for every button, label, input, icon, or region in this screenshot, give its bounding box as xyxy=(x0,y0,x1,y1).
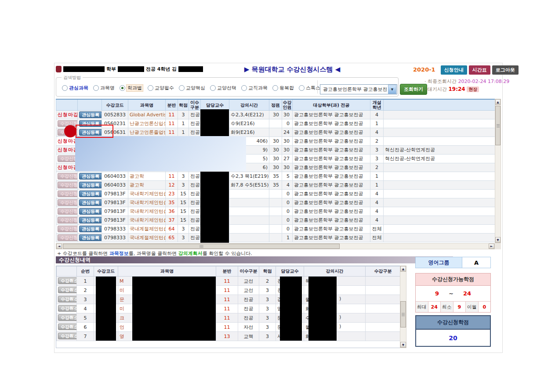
apply-status-button[interactable]: 수강신청 xyxy=(58,191,78,197)
radio-icon[interactable] xyxy=(120,85,125,91)
course-code-link[interactable]: 0052833 xyxy=(102,111,128,119)
interest-register-button[interactable]: 관심등록 xyxy=(79,182,102,188)
scroll-right-icon[interactable]: ► xyxy=(489,244,494,249)
course-name-link[interactable]: 광고학 xyxy=(128,181,166,190)
category-cell xyxy=(366,332,401,341)
course-name-link[interactable]: 국내학기제인턴십 xyxy=(128,198,166,207)
student-info: 학부 전공 4학년 김 xyxy=(56,66,203,72)
apply-status-button[interactable]: 신청마감 xyxy=(58,138,78,144)
cancel-enrollment-button[interactable]: 수강취소 xyxy=(58,333,77,339)
apply-status-button[interactable]: 수강신청 xyxy=(58,182,78,188)
interest-register-button[interactable]: 관심등록 xyxy=(79,173,102,180)
course-code-link[interactable]: 079813F xyxy=(102,190,128,198)
redaction-student-name xyxy=(178,66,203,72)
course-name-link[interactable]: 광고학 xyxy=(128,172,166,181)
search-type-radio[interactable]: 학과별 xyxy=(120,85,143,91)
course-name-link[interactable]: 국내계절제인턴십 xyxy=(128,225,166,234)
cancel-enrollment-button[interactable]: 수강취소 xyxy=(58,296,77,302)
apply-status-button[interactable]: 수강신청 xyxy=(58,217,78,223)
interest-register-button[interactable]: 관심등록 xyxy=(79,111,102,118)
vscroll-thumb[interactable] xyxy=(495,106,501,145)
vscroll-thumb[interactable] xyxy=(400,301,406,327)
radio-icon[interactable] xyxy=(62,85,68,91)
apply-status-button[interactable]: 수강신청 xyxy=(58,208,78,215)
completion-type-cell: 전공 xyxy=(189,111,201,119)
course-code-link[interactable]: 0798333 xyxy=(102,225,128,234)
credit-cell: 3 xyxy=(259,332,276,341)
scroll-down-icon[interactable]: ▼ xyxy=(495,237,501,243)
apply-status-button[interactable]: 수강신청 xyxy=(58,173,78,180)
apply-status-button[interactable]: 신청마감 xyxy=(58,165,78,170)
course-name-link[interactable]: 국내학기제인턴십 xyxy=(128,190,166,198)
scroll-down-icon[interactable]: ▼ xyxy=(400,342,406,348)
scroll-left-icon[interactable]: ◄ xyxy=(56,244,62,249)
course-name-link[interactable]: 국내계절제인턴십 xyxy=(128,234,166,242)
apply-status-button[interactable]: 신청마감 xyxy=(58,112,78,118)
course-code-link[interactable]: 0798333 xyxy=(102,234,128,242)
radio-icon[interactable] xyxy=(210,85,216,91)
interest-register-button[interactable]: 관심등록 xyxy=(79,208,102,215)
course-name-link[interactable]: 국내학기제인턴십 xyxy=(128,216,166,225)
course-code-link[interactable]: 079813F xyxy=(102,198,128,207)
cancel-enrollment-button[interactable]: 수강취소 xyxy=(58,277,77,284)
search-type-radio[interactable]: 교양핵심 xyxy=(179,85,205,91)
quota-cell: 35 xyxy=(269,181,282,190)
quota-cell: 30 xyxy=(269,146,282,155)
interest-register-button[interactable]: 관심등록 xyxy=(79,217,102,223)
apply-status-button[interactable]: 수강신청 xyxy=(58,234,78,241)
application-guide-button[interactable]: 신청안내 xyxy=(441,65,467,75)
interest-register-button[interactable]: 관심등록 xyxy=(79,199,102,206)
scroll-up-icon[interactable]: ▲ xyxy=(400,266,406,272)
radio-icon[interactable] xyxy=(272,85,278,91)
enrollment-vscrollbar[interactable]: ▲ ▼ xyxy=(400,266,406,348)
cancel-enrollment-button[interactable]: 수강취소 xyxy=(58,287,77,293)
radio-icon[interactable] xyxy=(241,85,247,91)
scroll-up-icon[interactable]: ▲ xyxy=(495,99,501,105)
radio-icon[interactable] xyxy=(299,85,305,91)
search-type-radio[interactable]: 교양필수 xyxy=(148,85,174,91)
interest-register-button[interactable]: 관심등록 xyxy=(79,226,102,232)
radio-icon[interactable] xyxy=(93,85,99,91)
search-button[interactable]: 조회하기 xyxy=(400,84,427,95)
course-code-link[interactable]: 079813F xyxy=(102,216,128,225)
search-type-radio[interactable]: 교양선택 xyxy=(210,85,236,91)
header-professor: 담당교수 xyxy=(276,266,304,277)
course-name-link[interactable]: 난광고언론졸업반이다 xyxy=(128,128,166,137)
course-code-link[interactable]: 079813F xyxy=(102,207,128,216)
category-cell xyxy=(366,304,401,313)
search-type-radio[interactable]: 관심과목 xyxy=(62,85,88,91)
completion-type-cell: 전공 xyxy=(189,128,201,137)
search-type-radio[interactable]: 교직과목 xyxy=(241,85,268,91)
department-select[interactable]: 광고홍보언론학부 광고홍보전공 ▼ xyxy=(320,84,397,94)
course-code-link[interactable]: 0604033 xyxy=(102,181,128,190)
timetable-button[interactable]: 시간표 xyxy=(469,65,490,75)
apply-status-button[interactable]: 신청마감 xyxy=(58,147,78,153)
header-course-name: 과목명 xyxy=(128,99,166,111)
apply-status-button[interactable]: 수강신청 xyxy=(58,199,78,206)
cancel-enrollment-button[interactable]: 수강취소 xyxy=(58,324,77,330)
cancel-enrollment-button[interactable]: 수강취소 xyxy=(58,314,77,321)
course-name-link[interactable]: 난광고언론신입생이다 xyxy=(128,119,166,128)
wait-time-value: 19:24 xyxy=(449,86,465,92)
course-info-link[interactable]: 과목정보 xyxy=(109,251,129,256)
target-major-cell: 광고홍보언론학부 광고홍보전공 xyxy=(293,163,370,172)
syllabus-link[interactable]: 강의계획서 xyxy=(178,251,203,256)
logout-button[interactable]: 로그아웃 xyxy=(492,65,519,75)
search-type-radio[interactable]: 과목명 xyxy=(93,85,115,91)
interest-register-button[interactable]: 관심등록 xyxy=(79,234,102,241)
cancel-enrollment-button[interactable]: 수강취소 xyxy=(58,305,77,312)
search-type-radio[interactable]: 융복합 xyxy=(272,85,294,91)
course-table-vscrollbar[interactable]: ▲ ▼ xyxy=(495,99,501,243)
radio-icon[interactable] xyxy=(148,85,153,91)
open-year-cell: 4 xyxy=(370,216,384,225)
course-table-hscrollbar[interactable]: ◄ ► xyxy=(56,243,495,249)
course-name-link[interactable]: Global Advertising xyxy=(128,111,166,119)
interest-register-button[interactable]: 관심등록 xyxy=(79,191,102,197)
hscroll-thumb[interactable] xyxy=(63,244,340,249)
course-code-link[interactable]: 0604033 xyxy=(102,172,128,181)
apply-status-button[interactable]: 수강신청 xyxy=(58,226,78,232)
course-name-link[interactable]: 국내학기제인턴십 xyxy=(128,207,166,216)
apply-status-button[interactable]: 수강신청 xyxy=(58,155,78,162)
chevron-down-icon[interactable]: ▼ xyxy=(388,85,396,94)
radio-icon[interactable] xyxy=(179,85,185,91)
